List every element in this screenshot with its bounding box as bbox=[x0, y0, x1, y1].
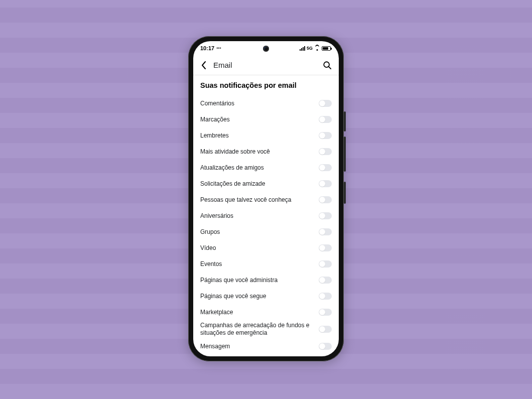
setting-label: Grupos bbox=[200, 228, 315, 236]
screen: 10:17 ••• 5G Email bbox=[193, 41, 339, 356]
setting-label: Lembretes bbox=[200, 132, 315, 140]
section-title: Suas notificações por email bbox=[200, 81, 332, 89]
setting-row[interactable]: Lembretes bbox=[200, 127, 332, 144]
search-button[interactable] bbox=[322, 60, 333, 71]
front-camera bbox=[263, 46, 269, 52]
setting-label: Aniversários bbox=[200, 212, 315, 220]
setting-toggle[interactable] bbox=[319, 277, 332, 284]
phone-side-button bbox=[344, 111, 346, 131]
setting-label: Eventos bbox=[200, 260, 315, 268]
setting-row[interactable]: Solicitações de amizade bbox=[200, 176, 332, 192]
setting-toggle[interactable] bbox=[319, 132, 332, 139]
setting-label: Atualizações de amigos bbox=[200, 164, 315, 172]
setting-toggle[interactable] bbox=[319, 148, 332, 155]
status-left: 10:17 ••• bbox=[200, 45, 221, 51]
status-right: 5G bbox=[300, 46, 331, 51]
battery-icon bbox=[322, 46, 331, 51]
content[interactable]: Suas notificações por email ComentáriosM… bbox=[193, 75, 339, 356]
setting-toggle[interactable] bbox=[319, 212, 332, 219]
setting-label: Marcações bbox=[200, 116, 315, 123]
search-icon bbox=[323, 61, 332, 70]
status-time: 10:17 bbox=[200, 45, 214, 51]
setting-toggle[interactable] bbox=[319, 180, 332, 187]
setting-label: Pessoas que talvez você conheça bbox=[200, 196, 315, 204]
setting-row[interactable]: Comentários bbox=[200, 95, 332, 111]
setting-label: Vídeo bbox=[200, 244, 315, 252]
setting-toggle[interactable] bbox=[319, 309, 332, 316]
setting-label: Mais atividade sobre você bbox=[200, 148, 315, 156]
setting-label: Mensagem bbox=[200, 343, 315, 350]
setting-toggle[interactable] bbox=[319, 196, 332, 203]
setting-label: Páginas que você segue bbox=[200, 293, 315, 300]
wifi-icon bbox=[314, 46, 320, 51]
phone-frame: 10:17 ••• 5G Email bbox=[188, 36, 344, 361]
setting-row[interactable]: Marcações bbox=[200, 111, 332, 127]
setting-row[interactable]: Campanhas de arrecadação de fundos e sit… bbox=[200, 320, 332, 338]
back-button[interactable] bbox=[199, 61, 208, 70]
setting-toggle[interactable] bbox=[319, 164, 332, 171]
setting-toggle[interactable] bbox=[319, 293, 332, 300]
setting-row[interactable]: Aniversários bbox=[200, 208, 332, 224]
setting-label: Campanhas de arrecadação de fundos e sit… bbox=[200, 322, 315, 337]
setting-label: Comentários bbox=[200, 100, 315, 107]
setting-row[interactable]: Páginas que você administra bbox=[200, 272, 332, 288]
setting-toggle[interactable] bbox=[319, 116, 332, 123]
header: Email bbox=[193, 55, 339, 75]
setting-row[interactable]: Páginas que você segue bbox=[200, 288, 332, 304]
setting-row[interactable]: Grupos bbox=[200, 224, 332, 240]
setting-row[interactable]: Vídeo bbox=[200, 240, 332, 256]
status-dots-icon: ••• bbox=[216, 46, 221, 51]
setting-label: Solicitações de amizade bbox=[200, 180, 315, 188]
setting-row[interactable]: Mais atividade sobre você bbox=[200, 144, 332, 160]
setting-toggle[interactable] bbox=[319, 260, 332, 268]
setting-row[interactable]: Pessoas que talvez você conheça bbox=[200, 192, 332, 208]
setting-toggle[interactable] bbox=[319, 244, 332, 251]
svg-line-1 bbox=[329, 67, 331, 69]
signal-icon bbox=[300, 46, 305, 51]
setting-label: Marketplace bbox=[200, 309, 315, 316]
setting-row[interactable]: Marketplace bbox=[200, 304, 332, 320]
setting-row[interactable]: Eventos bbox=[200, 256, 332, 272]
setting-row[interactable]: Mensagem bbox=[200, 338, 332, 354]
settings-list: ComentáriosMarcaçõesLembretesMais ativid… bbox=[200, 95, 332, 354]
setting-toggle[interactable] bbox=[319, 343, 332, 350]
setting-row[interactable]: Atualizações de amigos bbox=[200, 160, 332, 176]
page-title: Email bbox=[213, 61, 317, 69]
setting-toggle[interactable] bbox=[319, 100, 332, 107]
chevron-left-icon bbox=[201, 61, 206, 69]
svg-point-0 bbox=[324, 62, 329, 67]
setting-toggle[interactable] bbox=[319, 228, 332, 235]
phone-side-button bbox=[344, 182, 346, 204]
phone-side-button bbox=[344, 137, 346, 172]
setting-toggle[interactable] bbox=[319, 326, 332, 333]
network-label: 5G bbox=[307, 46, 313, 51]
setting-label: Páginas que você administra bbox=[200, 277, 315, 284]
